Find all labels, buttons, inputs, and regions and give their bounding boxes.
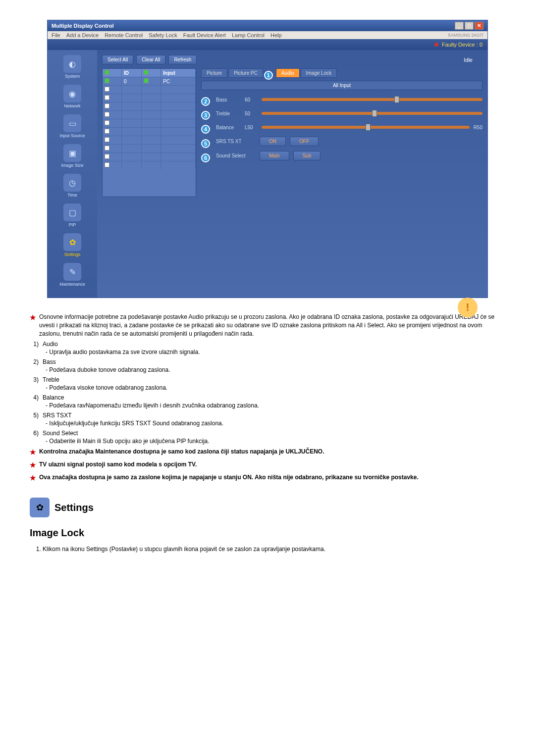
row-status-icon xyxy=(144,78,149,83)
faulty-strip: Faulty Device : 0 xyxy=(48,39,487,50)
sidebar-item-time[interactable]: ◷ Time xyxy=(50,174,95,198)
item-sound-select: 6) Sound Select xyxy=(30,430,495,437)
table-row[interactable] xyxy=(103,86,196,94)
item-title: Sound Select xyxy=(43,430,78,437)
sidebar-item-pip[interactable]: ▢ PIP xyxy=(50,203,95,227)
refresh-button[interactable]: Refresh xyxy=(168,55,197,64)
row-check-icon[interactable] xyxy=(105,137,109,142)
row-check-icon[interactable] xyxy=(105,129,109,134)
sound-main-button[interactable]: Main xyxy=(260,151,289,160)
bass-slider[interactable] xyxy=(262,98,482,101)
table-row[interactable] xyxy=(103,111,196,119)
table-row[interactable] xyxy=(103,128,196,136)
bass-label: Bass xyxy=(216,97,241,102)
star-icon: ★ xyxy=(30,448,36,457)
star-icon: ★ xyxy=(30,473,36,483)
clear-all-button[interactable]: Clear All xyxy=(136,55,165,64)
minimize-button[interactable]: _ xyxy=(455,22,464,30)
intro-para: ★ Osnovne informacije potrebne za podeša… xyxy=(30,313,495,338)
table-row[interactable] xyxy=(103,119,196,128)
item-treble: 3) Treble xyxy=(30,376,495,383)
item-number: 5) xyxy=(30,412,39,419)
status-all-icon xyxy=(144,70,149,75)
maximize-button[interactable]: □ xyxy=(465,22,474,30)
settings-heading: Settings xyxy=(54,502,94,513)
sidebar: ◐ System ◉ Network ▭ Input Source ▣ Imag… xyxy=(48,50,97,298)
row-check-icon[interactable] xyxy=(105,162,109,167)
row-check-icon[interactable] xyxy=(105,78,109,83)
app-body: ◐ System ◉ Network ▭ Input Source ▣ Imag… xyxy=(48,50,487,298)
treble-value: 50 xyxy=(245,111,258,116)
item-number: 6) xyxy=(30,430,39,437)
row-check-icon[interactable] xyxy=(105,120,109,125)
menu-add-device[interactable]: Add a Device xyxy=(66,32,99,38)
item-desc: - Podešava ravNapomenažu između lijevih … xyxy=(46,402,495,409)
row-check-icon[interactable] xyxy=(105,87,109,92)
menu-help[interactable]: Help xyxy=(270,32,282,38)
tab-audio[interactable]: Audio xyxy=(276,68,300,78)
treble-slider[interactable] xyxy=(262,112,482,115)
sidebar-item-network[interactable]: ◉ Network xyxy=(50,85,95,108)
menu-file[interactable]: File xyxy=(52,32,60,38)
item-number: 3) xyxy=(30,376,39,383)
callout-6: 6 xyxy=(201,153,210,162)
sound-select-label: Sound Select xyxy=(216,153,256,158)
sidebar-item-input-source[interactable]: ▭ Input Source xyxy=(50,114,95,138)
callout-4: 4 xyxy=(201,125,210,134)
sound-sub-button[interactable]: Sub xyxy=(293,151,321,160)
sidebar-item-system[interactable]: ◐ System xyxy=(50,55,95,79)
tab-image-lock[interactable]: Image Lock xyxy=(301,68,337,78)
close-button[interactable]: ✕ xyxy=(475,22,483,30)
sidebar-item-label: PIP xyxy=(50,222,95,227)
settings-section-icon: ✿ xyxy=(30,498,50,517)
col-status xyxy=(141,69,161,77)
row-check-icon[interactable] xyxy=(105,146,109,151)
help-icon[interactable]: ! xyxy=(458,298,478,317)
srs-label: SRS TS XT xyxy=(216,139,256,144)
row-check-icon[interactable] xyxy=(105,103,109,108)
audio-panel: Picture Picture PC 1 Audio Image Lock Al… xyxy=(201,68,482,197)
col-check xyxy=(103,69,122,77)
menu-remote-control[interactable]: Remote Control xyxy=(105,32,143,38)
table-row[interactable] xyxy=(103,94,196,102)
row-check-icon[interactable] xyxy=(105,154,109,159)
item-srs: 5) SRS TSXT xyxy=(30,412,495,419)
window-title: Multiple Display Control xyxy=(52,23,114,29)
menu-fault-alert[interactable]: Fault Device Alert xyxy=(183,32,226,38)
sidebar-item-settings[interactable]: ✿ Settings xyxy=(50,233,95,257)
tab-picture[interactable]: Picture xyxy=(201,68,227,78)
content-row: ID Input 0 PC xyxy=(102,68,482,197)
all-input-label: All Input xyxy=(201,81,482,90)
table-row[interactable] xyxy=(103,102,196,111)
system-icon: ◐ xyxy=(63,55,81,73)
srs-off-button[interactable]: OFF xyxy=(290,137,319,146)
item-desc: - Upravlja audio postavkama za sve izvor… xyxy=(46,349,495,355)
table-row[interactable]: 0 PC xyxy=(103,77,196,86)
table-row[interactable] xyxy=(103,153,196,161)
sidebar-item-label: Network xyxy=(50,103,95,108)
row-check-icon[interactable] xyxy=(105,95,109,100)
table-row[interactable] xyxy=(103,136,196,145)
status-dot-icon xyxy=(434,43,438,47)
srs-on-button[interactable]: ON xyxy=(260,137,286,146)
sidebar-item-maintenance[interactable]: ✎ Maintenance xyxy=(50,263,95,287)
menu-safety-lock[interactable]: Safety Lock xyxy=(149,32,177,38)
sidebar-item-label: Maintenance xyxy=(50,282,95,287)
row-check-icon[interactable] xyxy=(105,112,109,117)
balance-slider[interactable] xyxy=(262,126,470,129)
table-row[interactable] xyxy=(103,161,196,170)
table-row[interactable] xyxy=(103,145,196,153)
note-text: TV ulazni signal postoji samo kod modela… xyxy=(39,460,197,470)
note-text: Kontrolna značajka Maintenance dostupna … xyxy=(39,448,324,457)
note-text: Ova značajka dostupna je samo za zaslone… xyxy=(39,473,419,483)
tab-picture-pc[interactable]: Picture PC xyxy=(228,68,263,78)
check-all-icon[interactable] xyxy=(105,70,109,75)
item-desc: - Isključuje/uključuje funkciju SRS TSXT… xyxy=(46,420,495,427)
image-lock-step-1: Klikom na ikonu Settings (Postavke) u st… xyxy=(43,546,495,553)
menu-lamp-control[interactable]: Lamp Control xyxy=(232,32,265,38)
select-all-button[interactable]: Select All xyxy=(102,55,133,64)
sidebar-item-image-size[interactable]: ▣ Image Size xyxy=(50,144,95,168)
cell-id: 0 xyxy=(122,77,142,86)
item-title: Bass xyxy=(43,358,56,365)
callout-3: 3 xyxy=(201,111,210,120)
